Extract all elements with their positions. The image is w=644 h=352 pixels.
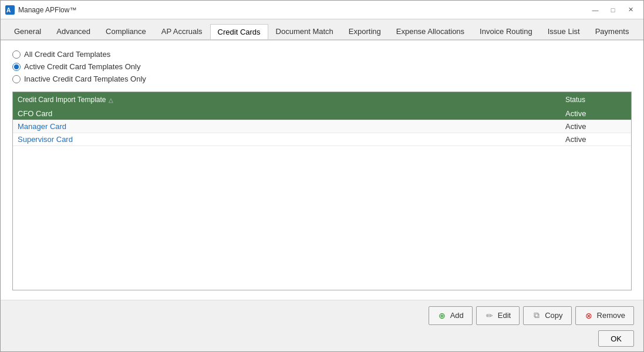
credit-card-table: Credit Card Import Template △ Status CFO… — [12, 92, 632, 290]
cell-template-supervisor: Supervisor Card — [13, 135, 561, 144]
minimize-button[interactable]: — — [587, 4, 603, 16]
sort-icon: △ — [109, 97, 113, 103]
close-button[interactable]: ✕ — [622, 4, 639, 16]
table-row[interactable]: Supervisor CardActive — [13, 133, 631, 146]
tab-proxy-users[interactable]: Proxy Users — [636, 23, 643, 39]
tab-compliance[interactable]: Compliance — [98, 23, 154, 39]
cell-template-cfo: CFO Card — [13, 109, 561, 118]
title-bar-left: A Manage APFlow™ — [5, 5, 76, 15]
edit-icon: ✏ — [485, 311, 494, 320]
radio-all[interactable]: All Credit Card Templates — [12, 50, 632, 59]
window-title: Manage APFlow™ — [18, 6, 76, 14]
tab-expense-allocations[interactable]: Expense Allocations — [389, 23, 472, 39]
tab-document-match[interactable]: Document Match — [268, 23, 341, 39]
tab-advanced[interactable]: Advanced — [49, 23, 98, 39]
radio-input-active[interactable] — [12, 63, 21, 71]
cell-status-cfo: Active — [561, 109, 631, 118]
tab-exporting[interactable]: Exporting — [341, 23, 389, 39]
tab-credit-cards[interactable]: Credit Cards — [210, 24, 268, 40]
maximize-button[interactable]: □ — [605, 4, 621, 16]
footer: ⊕ Add ✏ Edit ⧉ Copy ⊗ Remove — [1, 300, 643, 330]
cell-template-manager: Manager Card — [13, 122, 561, 131]
tab-general[interactable]: General — [6, 23, 49, 39]
cell-status-manager: Active — [561, 122, 631, 131]
title-bar: A Manage APFlow™ — □ ✕ — [1, 1, 643, 19]
tab-ap-accruals[interactable]: AP Accruals — [154, 23, 210, 39]
main-window: A Manage APFlow™ — □ ✕ GeneralAdvancedCo… — [0, 0, 644, 352]
filter-radio-group: All Credit Card TemplatesActive Credit C… — [12, 50, 632, 83]
table-row[interactable]: Manager CardActive — [13, 120, 631, 133]
content-area: All Credit Card TemplatesActive Credit C… — [1, 40, 643, 300]
radio-label-all: All Credit Card Templates — [24, 50, 110, 59]
tab-payments[interactable]: Payments — [588, 23, 637, 39]
table-header: Credit Card Import Template △ Status — [13, 92, 631, 107]
ok-row: OK — [1, 330, 643, 351]
radio-label-inactive: Inactive Credit Card Templates Only — [24, 75, 146, 83]
tab-invoice-routing[interactable]: Invoice Routing — [472, 23, 540, 39]
add-icon: ⊕ — [437, 311, 447, 320]
table-row[interactable]: CFO CardActive — [13, 107, 631, 120]
window-controls: — □ ✕ — [587, 4, 639, 16]
radio-active[interactable]: Active Credit Card Templates Only — [12, 62, 632, 71]
radio-inactive[interactable]: Inactive Credit Card Templates Only — [12, 75, 632, 83]
template-column-header: Credit Card Import Template △ — [13, 96, 561, 104]
svg-text:A: A — [6, 7, 11, 13]
copy-icon: ⧉ — [532, 311, 541, 320]
cell-status-supervisor: Active — [561, 135, 631, 144]
add-button[interactable]: ⊕ Add — [429, 306, 473, 325]
remove-icon: ⊗ — [584, 311, 594, 320]
edit-button[interactable]: ✏ Edit — [476, 306, 520, 325]
radio-label-active: Active Credit Card Templates Only — [24, 62, 140, 71]
table-body: CFO CardActiveManager CardActiveSupervis… — [13, 107, 631, 290]
ok-button[interactable]: OK — [598, 330, 634, 347]
tab-issue-list[interactable]: Issue List — [540, 23, 588, 39]
radio-input-inactive[interactable] — [12, 75, 21, 83]
tab-bar: GeneralAdvancedComplianceAP AccrualsCred… — [1, 19, 643, 40]
app-icon: A — [5, 5, 15, 15]
copy-button[interactable]: ⧉ Copy — [523, 306, 571, 325]
status-column-header: Status — [561, 96, 631, 104]
remove-button[interactable]: ⊗ Remove — [575, 306, 634, 325]
radio-input-all[interactable] — [12, 50, 21, 59]
